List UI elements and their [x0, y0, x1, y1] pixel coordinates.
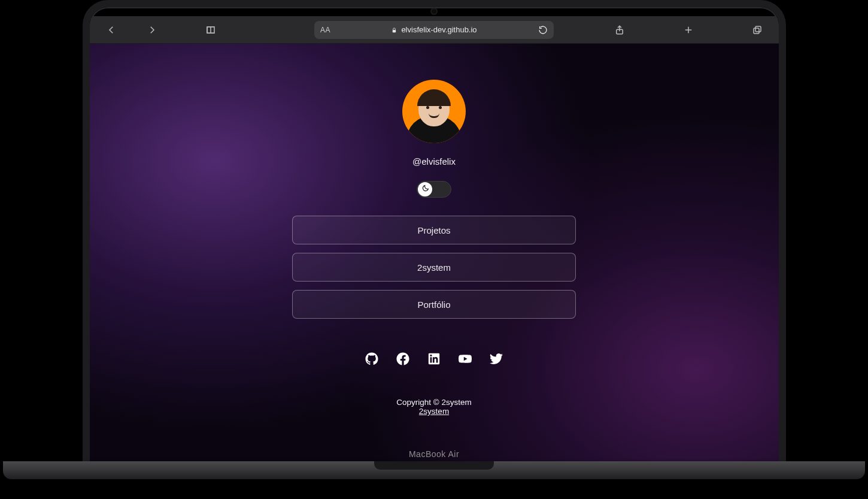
svg-rect-4 [755, 26, 761, 32]
address-bar[interactable]: AA elvisfelix-dev.github.io [314, 21, 554, 39]
avatar [402, 80, 466, 143]
link-label: Projetos [417, 225, 450, 235]
link-label: Portfólio [417, 300, 450, 310]
theme-toggle[interactable] [417, 181, 451, 198]
profile-handle: @elvisfelix [412, 156, 456, 167]
address-url: elvisfelix-dev.github.io [401, 25, 477, 34]
page-viewport: @elvisfelix Projetos 2system Portfólio [90, 44, 779, 461]
github-icon[interactable] [365, 352, 378, 365]
youtube-icon[interactable] [459, 352, 472, 365]
svg-rect-0 [393, 30, 396, 32]
device-label: MacBook Air [409, 449, 459, 459]
toggle-knob [418, 182, 432, 196]
footer-link[interactable]: 2system [419, 407, 449, 416]
moon-icon [421, 184, 429, 195]
nav-buttons [105, 24, 158, 36]
lock-icon [391, 26, 397, 33]
social-links [365, 352, 503, 365]
tabs-overview-button[interactable] [751, 24, 763, 36]
svg-rect-5 [754, 28, 759, 34]
reload-button[interactable] [538, 25, 548, 35]
laptop-lid: AA elvisfelix-dev.github.io [83, 0, 786, 461]
linkedin-icon[interactable] [427, 352, 441, 365]
camera-icon [432, 9, 436, 14]
footer: Copyright © 2system 2system [396, 398, 472, 416]
laptop-base: MacBook Air [3, 461, 865, 479]
twitter-icon[interactable] [490, 352, 503, 365]
link-2system[interactable]: 2system [292, 253, 576, 282]
sidebar-button[interactable] [205, 24, 217, 36]
text-size-control[interactable]: AA [320, 26, 330, 34]
link-portfolio[interactable]: Portfólio [292, 290, 576, 319]
copyright-text: Copyright © 2system [396, 398, 472, 407]
link-projetos[interactable]: Projetos [292, 216, 576, 244]
link-label: 2system [417, 262, 451, 273]
share-button[interactable] [614, 24, 626, 36]
toolbar-right [614, 24, 763, 36]
new-tab-button[interactable] [682, 24, 694, 36]
browser-toolbar: AA elvisfelix-dev.github.io [90, 16, 779, 44]
back-button[interactable] [105, 24, 117, 36]
forward-button[interactable] [146, 24, 158, 36]
screen: AA elvisfelix-dev.github.io [90, 16, 779, 461]
trackpad-notch [374, 461, 494, 470]
laptop-mockup: AA elvisfelix-dev.github.io [0, 0, 868, 499]
facebook-icon[interactable] [396, 352, 409, 365]
